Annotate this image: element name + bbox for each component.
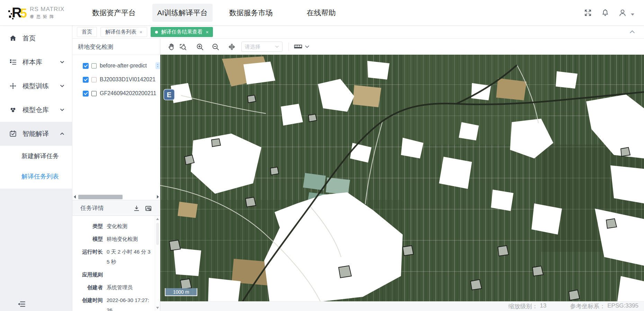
map-area: 请选择	[160, 39, 644, 301]
crs-status: 参考坐标系： EPSG:3395	[570, 302, 638, 310]
scroll-left-arrow-icon[interactable]	[74, 195, 76, 199]
caret-down-icon[interactable]	[631, 13, 634, 16]
scroll-up-arrow-icon[interactable]	[156, 218, 159, 220]
nav-item-online-help[interactable]: 在线帮助	[302, 4, 341, 22]
field-label: 类型	[74, 221, 103, 231]
layer-visibility-checkbox[interactable]	[83, 77, 89, 83]
field-value	[103, 269, 152, 280]
layer-legend-checkbox[interactable]	[91, 91, 97, 96]
layer-select-dropdown[interactable]: 请选择	[241, 42, 283, 52]
brand-logo[interactable]: R 5 RS MATRIX 睿思矩阵	[8, 4, 70, 21]
field-model: 模型 耕地变化检测	[74, 234, 152, 244]
swipe-icon[interactable]	[228, 43, 236, 51]
tab-home[interactable]: 首页	[77, 27, 97, 37]
field-label: 运行时长	[74, 247, 103, 267]
tab-label: 解译任务结果查看	[161, 29, 203, 35]
sidebar-subitem-interpret-task-list[interactable]: 解译任务列表	[0, 166, 72, 186]
sidebar-item-label: 模型仓库	[23, 106, 49, 115]
layer-row-gf-image[interactable]: GF2460942020200211	[72, 86, 160, 100]
tab-label: 首页	[82, 29, 92, 35]
sidebar-item-home[interactable]: 首页	[0, 26, 72, 50]
sidebar-item-label: 智能解译	[23, 129, 49, 138]
export-image-icon[interactable]	[145, 205, 152, 212]
brand-text: RS MATRIX 睿思矩阵	[30, 6, 64, 20]
field-applied-rules: 应用规则	[74, 269, 152, 280]
field-value: 耕地变化检测	[103, 234, 152, 244]
breadcrumb-tab-bar: 首页 解译任务列表 × 解译任务结果查看 ×	[72, 26, 644, 39]
zoom-in-icon[interactable]	[196, 43, 204, 51]
zoom-box-icon[interactable]	[179, 43, 187, 51]
scroll-down-arrow-icon[interactable]	[156, 307, 159, 309]
vertical-scrollbar[interactable]	[155, 216, 160, 311]
logo-mark-icon: R 5	[8, 4, 28, 21]
close-icon[interactable]: ×	[206, 29, 208, 35]
nav-item-data-asset-platform[interactable]: 数据资产平台	[87, 4, 141, 22]
close-icon[interactable]: ×	[140, 29, 142, 35]
home-icon	[9, 35, 17, 42]
scroll-right-arrow-icon[interactable]	[157, 195, 159, 199]
layer-legend-checkbox[interactable]	[91, 63, 97, 68]
layer-name[interactable]: GF2460942020200211	[100, 90, 160, 97]
zoom-level-value: 13	[540, 302, 546, 310]
chevron-up-icon[interactable]	[629, 30, 635, 34]
crs-value: EPSG:3395	[607, 302, 638, 310]
map-scale-bar: 1000 m	[165, 288, 197, 296]
sidebar-item-model-training[interactable]: 模型训练	[0, 74, 72, 98]
sidebar-item-sample-library[interactable]: 样本库	[0, 50, 72, 74]
active-dot-icon	[155, 31, 158, 34]
field-create-time: 创建时间 2022-06-30 17:27:26	[74, 295, 152, 311]
pan-hand-icon[interactable]	[167, 43, 175, 51]
horizontal-scrollbar[interactable]	[72, 194, 160, 200]
crs-label: 参考坐标系：	[570, 302, 605, 310]
bell-icon[interactable]	[601, 9, 609, 17]
map-toolbar: 请选择	[160, 39, 644, 55]
scale-ruler-icon	[294, 44, 302, 50]
sidebar-subitem-new-interpret-task[interactable]: 新建解译任务	[0, 146, 72, 166]
measure-tool-dropdown[interactable]	[294, 44, 310, 50]
chevron-down-icon	[275, 45, 279, 49]
tab-label: 解译任务列表	[105, 29, 136, 35]
layer-name[interactable]: BJ20033D1VI0142021	[100, 76, 160, 83]
layer-name[interactable]: before-after-predict	[100, 63, 160, 69]
tab-interpret-task-result-view[interactable]: 解译任务结果查看 ×	[151, 27, 213, 37]
fullscreen-icon[interactable]	[584, 9, 592, 17]
layer-visibility-checkbox[interactable]	[83, 91, 89, 97]
layer-visibility-checkbox[interactable]	[83, 63, 89, 69]
layer-options-badge[interactable]	[155, 62, 160, 69]
layer-panel-header: 耕地变化检测	[72, 39, 160, 55]
model-warehouse-icon	[9, 106, 17, 113]
layer-row-bj-image[interactable]: BJ20033D1VI0142021	[72, 73, 160, 86]
field-type: 类型 变化检测	[74, 221, 152, 231]
top-navigation-bar: R 5 RS MATRIX 睿思矩阵 数据资产平台 AI训练解译平台 数据服务市…	[0, 0, 644, 26]
layer-and-details-panel: 耕地变化检测 before-after-predict BJ20033D1VI0…	[72, 39, 160, 311]
chevron-down-icon	[60, 60, 64, 64]
layer-row-before-after-predict[interactable]: before-after-predict	[72, 59, 160, 73]
tab-interpret-task-list[interactable]: 解译任务列表 ×	[100, 27, 147, 37]
chevron-down-icon	[305, 44, 310, 49]
scrollbar-thumb[interactable]	[78, 195, 123, 199]
scrollbar-thumb[interactable]	[156, 223, 159, 245]
map-canvas[interactable]: E 1000 m	[160, 55, 644, 301]
field-value: 2022-06-30 17:27:26	[103, 295, 152, 311]
nav-item-ai-training-platform[interactable]: AI训练解译平台	[152, 4, 213, 22]
user-icon[interactable]	[618, 9, 627, 17]
map-marker-e[interactable]: E	[164, 89, 175, 100]
scrollbar-track[interactable]	[78, 195, 155, 199]
toolbar-divider	[288, 43, 289, 51]
sidebar-item-label: 模型训练	[23, 82, 49, 91]
field-creator: 创建者 系统管理员	[74, 282, 152, 292]
zoom-level-status: 缩放级别： 13	[508, 302, 546, 310]
sidebar-item-smart-interpretation[interactable]: 智能解译	[0, 122, 72, 146]
layer-legend-checkbox[interactable]	[91, 77, 97, 82]
sample-library-icon	[9, 58, 17, 66]
zoom-out-icon[interactable]	[212, 43, 220, 51]
download-icon[interactable]	[133, 205, 140, 212]
nav-item-data-service-market[interactable]: 数据服务市场	[224, 4, 278, 22]
smart-interpret-icon	[9, 130, 17, 137]
chevron-down-icon	[60, 108, 64, 112]
sidebar-item-model-warehouse[interactable]: 模型仓库	[0, 98, 72, 122]
field-value: 0 天 2 小时 46 分 35 秒	[103, 247, 152, 267]
sidebar: 首页 样本库 模型训练	[0, 26, 72, 311]
field-label: 应用规则	[74, 269, 103, 280]
menu-fold-icon[interactable]	[17, 301, 26, 308]
